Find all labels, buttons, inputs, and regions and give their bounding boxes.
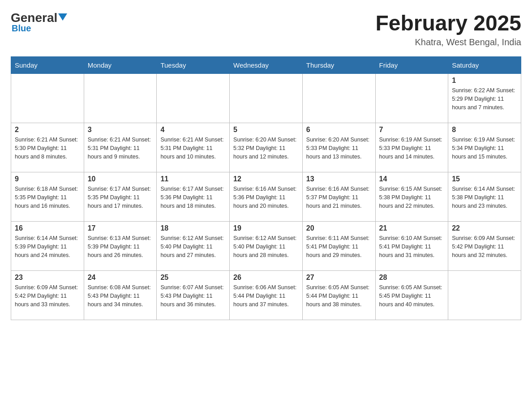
calendar-cell: 18Sunrise: 6:12 AM Sunset: 5:40 PM Dayli… <box>157 222 230 271</box>
day-info: Sunrise: 6:22 AM Sunset: 5:29 PM Dayligh… <box>452 86 517 111</box>
week-row-3: 9Sunrise: 6:18 AM Sunset: 5:35 PM Daylig… <box>11 172 521 222</box>
calendar-cell <box>230 74 303 123</box>
day-number: 4 <box>160 126 226 134</box>
day-info: Sunrise: 6:12 AM Sunset: 5:40 PM Dayligh… <box>160 234 226 259</box>
day-header-wednesday: Wednesday <box>230 57 303 74</box>
day-header-sunday: Sunday <box>11 57 84 74</box>
title-section: February 2025 Khatra, West Bengal, India <box>375 11 521 47</box>
day-info: Sunrise: 6:19 AM Sunset: 5:34 PM Dayligh… <box>452 136 517 161</box>
calendar-cell: 27Sunrise: 6:05 AM Sunset: 5:44 PM Dayli… <box>302 271 375 320</box>
day-number: 5 <box>233 126 299 134</box>
day-number: 18 <box>160 224 226 232</box>
day-number: 9 <box>15 175 80 183</box>
day-info: Sunrise: 6:09 AM Sunset: 5:42 PM Dayligh… <box>15 283 80 308</box>
calendar-cell: 7Sunrise: 6:19 AM Sunset: 5:33 PM Daylig… <box>375 123 448 172</box>
day-header-monday: Monday <box>84 57 157 74</box>
day-info: Sunrise: 6:14 AM Sunset: 5:38 PM Dayligh… <box>452 185 517 210</box>
calendar-cell <box>84 74 157 123</box>
calendar-cell: 8Sunrise: 6:19 AM Sunset: 5:34 PM Daylig… <box>448 123 521 172</box>
calendar-cell <box>11 74 84 123</box>
week-row-1: 1Sunrise: 6:22 AM Sunset: 5:29 PM Daylig… <box>11 74 521 123</box>
calendar-cell: 5Sunrise: 6:20 AM Sunset: 5:32 PM Daylig… <box>230 123 303 172</box>
day-info: Sunrise: 6:07 AM Sunset: 5:43 PM Dayligh… <box>160 283 226 308</box>
day-number: 7 <box>379 126 445 134</box>
calendar-cell: 2Sunrise: 6:21 AM Sunset: 5:30 PM Daylig… <box>11 123 84 172</box>
calendar-cell: 17Sunrise: 6:13 AM Sunset: 5:39 PM Dayli… <box>84 222 157 271</box>
day-header-saturday: Saturday <box>448 57 521 74</box>
calendar-cell: 22Sunrise: 6:09 AM Sunset: 5:42 PM Dayli… <box>448 222 521 271</box>
calendar-cell <box>375 74 448 123</box>
logo: General Blue <box>11 11 67 34</box>
page-header: General Blue February 2025 Khatra, West … <box>11 11 521 47</box>
day-number: 27 <box>306 274 372 282</box>
calendar-cell: 12Sunrise: 6:16 AM Sunset: 5:36 PM Dayli… <box>230 172 303 222</box>
calendar-cell: 20Sunrise: 6:11 AM Sunset: 5:41 PM Dayli… <box>302 222 375 271</box>
day-number: 28 <box>379 274 445 282</box>
calendar-cell: 26Sunrise: 6:06 AM Sunset: 5:44 PM Dayli… <box>230 271 303 320</box>
calendar-cell: 14Sunrise: 6:15 AM Sunset: 5:38 PM Dayli… <box>375 172 448 222</box>
calendar-cell <box>302 74 375 123</box>
calendar-header-row: SundayMondayTuesdayWednesdayThursdayFrid… <box>11 57 521 74</box>
logo-blue-text: Blue <box>11 23 31 34</box>
logo-triangle-icon <box>58 13 67 21</box>
week-row-2: 2Sunrise: 6:21 AM Sunset: 5:30 PM Daylig… <box>11 123 521 172</box>
day-info: Sunrise: 6:17 AM Sunset: 5:36 PM Dayligh… <box>160 185 226 210</box>
calendar-cell: 24Sunrise: 6:08 AM Sunset: 5:43 PM Dayli… <box>84 271 157 320</box>
day-info: Sunrise: 6:21 AM Sunset: 5:31 PM Dayligh… <box>160 136 226 161</box>
day-number: 19 <box>233 224 299 232</box>
calendar-cell: 4Sunrise: 6:21 AM Sunset: 5:31 PM Daylig… <box>157 123 230 172</box>
calendar-cell: 16Sunrise: 6:14 AM Sunset: 5:39 PM Dayli… <box>11 222 84 271</box>
day-info: Sunrise: 6:05 AM Sunset: 5:45 PM Dayligh… <box>379 283 445 308</box>
day-number: 3 <box>88 126 153 134</box>
day-number: 6 <box>306 126 372 134</box>
day-number: 25 <box>160 274 226 282</box>
calendar-cell: 23Sunrise: 6:09 AM Sunset: 5:42 PM Dayli… <box>11 271 84 320</box>
calendar-cell: 10Sunrise: 6:17 AM Sunset: 5:35 PM Dayli… <box>84 172 157 222</box>
day-header-friday: Friday <box>375 57 448 74</box>
day-info: Sunrise: 6:20 AM Sunset: 5:32 PM Dayligh… <box>233 136 299 161</box>
week-row-4: 16Sunrise: 6:14 AM Sunset: 5:39 PM Dayli… <box>11 222 521 271</box>
day-number: 11 <box>160 175 226 183</box>
day-number: 16 <box>15 224 80 232</box>
day-info: Sunrise: 6:13 AM Sunset: 5:39 PM Dayligh… <box>88 234 153 259</box>
calendar-cell <box>157 74 230 123</box>
day-number: 24 <box>88 274 153 282</box>
day-info: Sunrise: 6:17 AM Sunset: 5:35 PM Dayligh… <box>88 185 153 210</box>
calendar-title: February 2025 <box>375 11 521 35</box>
day-info: Sunrise: 6:08 AM Sunset: 5:43 PM Dayligh… <box>88 283 153 308</box>
calendar-subtitle: Khatra, West Bengal, India <box>375 37 521 47</box>
calendar-cell: 21Sunrise: 6:10 AM Sunset: 5:41 PM Dayli… <box>375 222 448 271</box>
day-info: Sunrise: 6:20 AM Sunset: 5:33 PM Dayligh… <box>306 136 372 161</box>
day-number: 10 <box>88 175 153 183</box>
calendar-cell: 25Sunrise: 6:07 AM Sunset: 5:43 PM Dayli… <box>157 271 230 320</box>
calendar-cell: 19Sunrise: 6:12 AM Sunset: 5:40 PM Dayli… <box>230 222 303 271</box>
day-number: 15 <box>452 175 517 183</box>
calendar-cell: 28Sunrise: 6:05 AM Sunset: 5:45 PM Dayli… <box>375 271 448 320</box>
calendar-cell: 15Sunrise: 6:14 AM Sunset: 5:38 PM Dayli… <box>448 172 521 222</box>
day-number: 2 <box>15 126 80 134</box>
day-info: Sunrise: 6:15 AM Sunset: 5:38 PM Dayligh… <box>379 185 445 210</box>
day-number: 17 <box>88 224 153 232</box>
week-row-5: 23Sunrise: 6:09 AM Sunset: 5:42 PM Dayli… <box>11 271 521 320</box>
day-header-tuesday: Tuesday <box>157 57 230 74</box>
day-info: Sunrise: 6:21 AM Sunset: 5:31 PM Dayligh… <box>88 136 153 161</box>
day-number: 12 <box>233 175 299 183</box>
day-header-thursday: Thursday <box>302 57 375 74</box>
calendar-cell <box>448 271 521 320</box>
calendar-cell: 13Sunrise: 6:16 AM Sunset: 5:37 PM Dayli… <box>302 172 375 222</box>
day-info: Sunrise: 6:16 AM Sunset: 5:37 PM Dayligh… <box>306 185 372 210</box>
day-info: Sunrise: 6:05 AM Sunset: 5:44 PM Dayligh… <box>306 283 372 308</box>
calendar-cell: 3Sunrise: 6:21 AM Sunset: 5:31 PM Daylig… <box>84 123 157 172</box>
day-info: Sunrise: 6:12 AM Sunset: 5:40 PM Dayligh… <box>233 234 299 259</box>
calendar-cell: 11Sunrise: 6:17 AM Sunset: 5:36 PM Dayli… <box>157 172 230 222</box>
calendar-cell: 9Sunrise: 6:18 AM Sunset: 5:35 PM Daylig… <box>11 172 84 222</box>
calendar-cell: 6Sunrise: 6:20 AM Sunset: 5:33 PM Daylig… <box>302 123 375 172</box>
day-number: 26 <box>233 274 299 282</box>
day-info: Sunrise: 6:06 AM Sunset: 5:44 PM Dayligh… <box>233 283 299 308</box>
day-number: 20 <box>306 224 372 232</box>
day-number: 23 <box>15 274 80 282</box>
day-info: Sunrise: 6:10 AM Sunset: 5:41 PM Dayligh… <box>379 234 445 259</box>
calendar-table: SundayMondayTuesdayWednesdayThursdayFrid… <box>11 56 521 320</box>
day-number: 8 <box>452 126 517 134</box>
day-info: Sunrise: 6:09 AM Sunset: 5:42 PM Dayligh… <box>452 234 517 259</box>
